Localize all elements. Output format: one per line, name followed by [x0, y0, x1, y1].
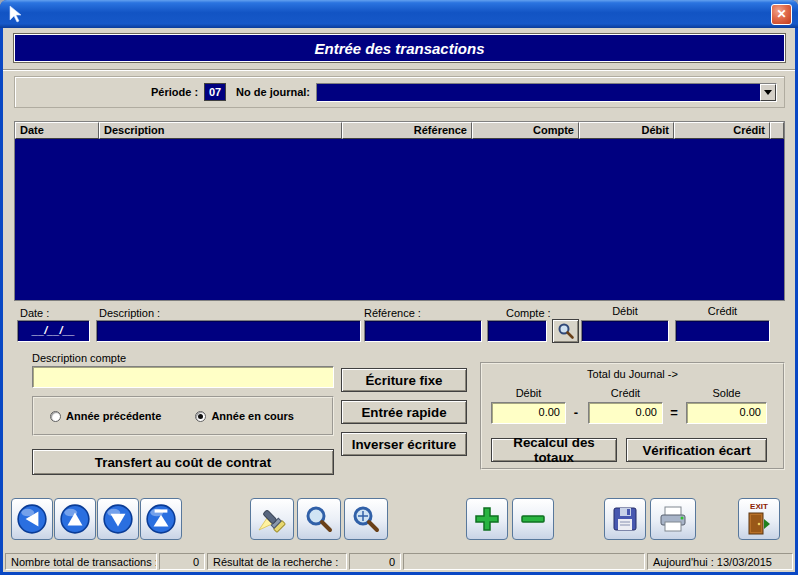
compte-input[interactable] — [487, 320, 547, 342]
verification-ecart-button[interactable]: Vérification écart — [626, 438, 767, 462]
compte-lookup-button[interactable] — [552, 319, 579, 343]
date-input[interactable]: __/__/__ — [17, 320, 90, 342]
journal-label: No de journal: — [236, 86, 310, 98]
radio-annee-precedente[interactable]: Année précédente — [50, 410, 161, 422]
inverser-ecriture-button[interactable]: Inverser écriture — [341, 432, 467, 456]
minus-icon — [517, 503, 549, 535]
period-label: Période : — [151, 86, 198, 98]
recalcul-totaux-button[interactable]: Recalcul des totaux — [491, 438, 617, 462]
divider — [3, 69, 795, 71]
flashlight-search-button[interactable] — [250, 498, 294, 540]
description-input[interactable] — [96, 320, 361, 342]
totals-credit-value: 0.00 — [588, 402, 663, 424]
entry-description-label: Description : — [99, 307, 160, 319]
journal-combobox[interactable] — [316, 83, 777, 102]
description-compte-input[interactable] — [32, 366, 334, 388]
journal-dropdown-button[interactable] — [760, 84, 776, 101]
status-search-value: 0 — [349, 553, 401, 570]
entry-debit-label: Débit — [581, 305, 669, 317]
arrow-up-last-icon — [145, 503, 177, 535]
entry-reference-label: Référence : — [364, 307, 421, 319]
magnifier-icon — [557, 322, 575, 340]
app-icon — [6, 4, 26, 24]
search-icon — [303, 503, 335, 535]
transactions-table: Date Description Référence Compte Débit … — [14, 121, 785, 301]
year-radio-group: Année précédente Année en cours — [32, 396, 334, 436]
scope-search-icon — [350, 503, 382, 535]
column-header-debit[interactable]: Débit — [579, 122, 674, 139]
totals-title: Total du Journal -> — [482, 368, 783, 380]
status-total-label: Nombre total de transactions : — [5, 553, 157, 570]
arrow-left-icon — [16, 503, 48, 535]
transfert-cout-contrat-button[interactable]: Transfert au coût de contrat — [32, 449, 334, 475]
status-filler — [403, 553, 645, 570]
titlebar[interactable]: ✕ — [0, 0, 798, 28]
column-header-compte[interactable]: Compte — [472, 122, 579, 139]
entry-compte-label: Compte : — [506, 307, 551, 319]
arrow-up-icon — [59, 503, 91, 535]
page-title-banner: Entrée des transactions — [14, 34, 785, 62]
search-button[interactable] — [297, 498, 341, 540]
exit-door-icon — [746, 511, 772, 537]
totals-debit-label: Débit — [491, 387, 566, 399]
journal-combobox-value — [317, 84, 759, 101]
credit-input[interactable] — [675, 320, 770, 342]
debit-input[interactable] — [581, 320, 669, 342]
description-compte-label: Description compte — [32, 352, 126, 364]
save-button[interactable] — [604, 498, 646, 540]
advanced-search-button[interactable] — [344, 498, 388, 540]
page-title: Entrée des transactions — [314, 40, 484, 57]
plus-icon — [471, 503, 503, 535]
column-header-description[interactable]: Description — [99, 122, 342, 139]
chevron-down-icon — [764, 90, 772, 95]
radio-annee-en-cours[interactable]: Année en cours — [195, 410, 294, 422]
statusbar: Nombre total de transactions : 0 Résulta… — [3, 551, 795, 572]
period-input[interactable]: 07 — [204, 83, 226, 101]
equals-sign: = — [666, 405, 682, 420]
totals-solde-label: Solde — [686, 387, 767, 399]
printer-icon — [657, 503, 689, 535]
nav-previous-button[interactable] — [54, 498, 96, 540]
column-header-credit[interactable]: Crédit — [674, 122, 770, 139]
minus-sign: - — [568, 405, 584, 420]
totals-group: Total du Journal -> Débit Crédit Solde 0… — [480, 362, 785, 470]
nav-next-button[interactable] — [97, 498, 139, 540]
radio-icon — [50, 411, 61, 422]
column-header-reference[interactable]: Référence — [342, 122, 472, 139]
add-transaction-button[interactable] — [466, 498, 508, 540]
status-search-label: Résultat de la recherche : — [207, 553, 347, 570]
totals-debit-value: 0.00 — [491, 402, 566, 424]
arrow-down-icon — [102, 503, 134, 535]
exit-label: EXIT — [750, 503, 768, 511]
delete-transaction-button[interactable] — [512, 498, 554, 540]
radio-annee-en-cours-label: Année en cours — [211, 410, 294, 422]
floppy-disk-icon — [609, 503, 641, 535]
ecriture-fixe-button[interactable]: Écriture fixe — [341, 368, 467, 392]
reference-input[interactable] — [364, 320, 482, 342]
close-icon: ✕ — [776, 7, 786, 21]
status-total-value: 0 — [159, 553, 205, 570]
column-header-date[interactable]: Date — [15, 122, 99, 139]
table-body[interactable] — [15, 139, 784, 300]
totals-solde-value: 0.00 — [686, 402, 767, 424]
status-today-date: Aujourd'hui : 13/03/2015 — [647, 553, 793, 570]
entry-credit-label: Crédit — [675, 305, 770, 317]
table-header: Date Description Référence Compte Débit … — [15, 122, 784, 139]
exit-button[interactable]: EXIT — [738, 498, 780, 540]
client-area: Entrée des transactions Période : 07 No … — [3, 28, 795, 551]
entry-date-label: Date : — [20, 307, 49, 319]
flashlight-icon — [256, 503, 288, 535]
totals-credit-label: Crédit — [588, 387, 663, 399]
period-panel: Période : 07 No de journal: — [14, 76, 785, 108]
app-window: ✕ Entrée des transactions Période : 07 N… — [0, 0, 798, 575]
radio-annee-precedente-label: Année précédente — [66, 410, 161, 422]
nav-first-button[interactable] — [11, 498, 53, 540]
nav-last-button[interactable] — [140, 498, 182, 540]
column-header-filler — [770, 122, 784, 139]
entree-rapide-button[interactable]: Entrée rapide — [341, 400, 467, 424]
close-button[interactable]: ✕ — [771, 4, 792, 25]
radio-icon — [195, 411, 206, 422]
print-button[interactable] — [650, 498, 696, 540]
